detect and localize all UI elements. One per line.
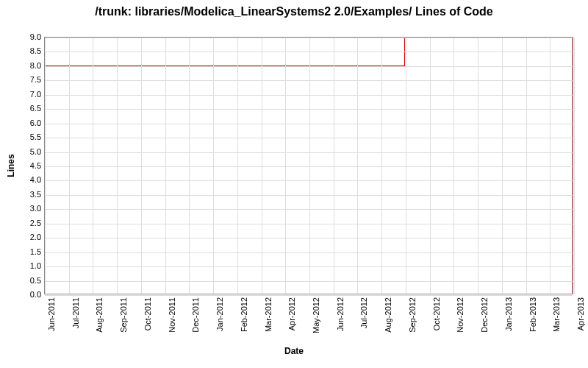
grid-line-h bbox=[45, 109, 573, 110]
grid-line-h bbox=[45, 166, 573, 167]
y-tick-label: 8.0 bbox=[4, 61, 41, 70]
grid-line-v bbox=[357, 38, 358, 294]
grid-line-v bbox=[213, 38, 214, 294]
x-tick-label: Sep-2011 bbox=[119, 297, 128, 342]
grid-line-h bbox=[45, 66, 573, 67]
y-tick-label: 3.5 bbox=[4, 190, 41, 199]
grid-line-h bbox=[45, 209, 573, 210]
grid-line-v bbox=[381, 38, 382, 294]
grid-line-v bbox=[285, 38, 286, 294]
x-tick-label: Feb-2013 bbox=[528, 297, 537, 342]
grid-line-v bbox=[550, 38, 551, 294]
x-tick-label: Jun-2012 bbox=[336, 297, 345, 342]
y-tick-label: 6.0 bbox=[4, 118, 41, 127]
x-tick-label: Nov-2011 bbox=[168, 297, 176, 342]
grid-line-v bbox=[189, 38, 190, 294]
y-tick-label: 7.0 bbox=[4, 90, 41, 99]
grid-line-h bbox=[45, 252, 573, 253]
y-tick-label: 4.5 bbox=[4, 161, 41, 170]
grid-line-h bbox=[45, 180, 573, 181]
y-tick-label: 5.0 bbox=[4, 147, 41, 156]
y-tick-label: 9.0 bbox=[4, 32, 41, 41]
x-tick-label: Dec-2011 bbox=[191, 297, 200, 342]
grid-line-h bbox=[45, 266, 573, 267]
y-tick-label: 0.0 bbox=[4, 290, 41, 299]
plot-area bbox=[44, 37, 573, 294]
y-tick-label: 2.0 bbox=[4, 233, 41, 241]
chart-container: /trunk: libraries/Modelica_LinearSystems… bbox=[0, 0, 588, 368]
grid-line-h bbox=[45, 281, 573, 282]
grid-line-h bbox=[45, 38, 573, 38]
grid-line-v bbox=[406, 38, 406, 294]
x-tick-label: Sep-2012 bbox=[408, 297, 417, 342]
y-tick-label: 1.0 bbox=[4, 261, 41, 270]
grid-line-v bbox=[45, 38, 46, 294]
x-tick-label: Mar-2012 bbox=[264, 297, 273, 342]
x-tick-label: Apr-2013 bbox=[576, 297, 585, 342]
grid-line-h bbox=[45, 238, 573, 238]
grid-line-v bbox=[237, 38, 238, 294]
grid-line-h bbox=[45, 295, 573, 296]
grid-line-h bbox=[45, 138, 573, 138]
x-tick-label: Apr-2012 bbox=[287, 297, 296, 342]
grid-line-v bbox=[93, 38, 93, 294]
grid-line-v bbox=[262, 38, 262, 294]
grid-line-h bbox=[45, 95, 573, 96]
grid-line-h bbox=[45, 80, 573, 81]
grid-line-v bbox=[574, 38, 575, 294]
data-line bbox=[45, 38, 573, 294]
x-tick-label: May-2012 bbox=[312, 297, 320, 342]
x-tick-label: Mar-2013 bbox=[552, 297, 561, 342]
grid-line-h bbox=[45, 152, 573, 153]
x-tick-label: Feb-2012 bbox=[240, 297, 248, 342]
grid-line-h bbox=[45, 195, 573, 196]
grid-line-h bbox=[45, 52, 573, 52]
grid-line-v bbox=[453, 38, 454, 294]
y-tick-label: 2.5 bbox=[4, 219, 41, 227]
y-tick-label: 7.5 bbox=[4, 75, 41, 84]
x-tick-label: Jul-2012 bbox=[359, 297, 368, 342]
x-tick-label: Jan-2012 bbox=[215, 297, 224, 342]
y-tick-label: 5.5 bbox=[4, 132, 41, 141]
y-tick-label: 6.5 bbox=[4, 104, 41, 113]
x-tick-label: Aug-2012 bbox=[384, 297, 392, 342]
grid-line-v bbox=[141, 38, 142, 294]
x-tick-label: Oct-2011 bbox=[143, 297, 152, 342]
y-tick-label: 8.5 bbox=[4, 46, 41, 55]
x-tick-label: Jul-2011 bbox=[71, 297, 80, 342]
grid-line-v bbox=[502, 38, 503, 294]
x-tick-label: Dec-2012 bbox=[480, 297, 489, 342]
grid-line-h bbox=[45, 124, 573, 124]
x-axis-label: Date bbox=[0, 346, 588, 356]
grid-line-v bbox=[526, 38, 527, 294]
x-tick-label: Jan-2013 bbox=[504, 297, 513, 342]
x-tick-label: Aug-2011 bbox=[95, 297, 104, 342]
y-tick-label: 3.0 bbox=[4, 204, 41, 213]
chart-title: /trunk: libraries/Modelica_LinearSystems… bbox=[0, 0, 588, 18]
grid-line-v bbox=[309, 38, 310, 294]
grid-line-v bbox=[117, 38, 118, 294]
y-tick-label: 4.0 bbox=[4, 175, 41, 184]
grid-line-v bbox=[478, 38, 478, 294]
y-tick-label: 0.5 bbox=[4, 276, 41, 285]
grid-line-h bbox=[45, 224, 573, 224]
grid-line-v bbox=[334, 38, 334, 294]
grid-line-v bbox=[430, 38, 431, 294]
grid-line-v bbox=[69, 38, 70, 294]
grid-line-v bbox=[165, 38, 166, 294]
x-tick-label: Oct-2012 bbox=[432, 297, 441, 342]
x-tick-label: Nov-2012 bbox=[456, 297, 465, 342]
y-tick-label: 1.5 bbox=[4, 247, 41, 256]
x-tick-label: Jun-2011 bbox=[47, 297, 56, 342]
